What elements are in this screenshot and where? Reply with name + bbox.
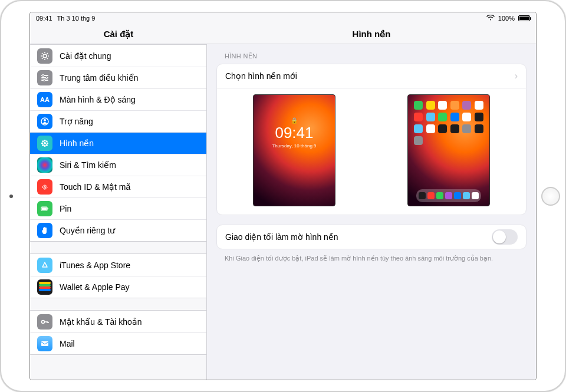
svg-rect-22 bbox=[41, 341, 48, 346]
svg-point-14 bbox=[42, 140, 44, 142]
detail-pane: HÌNH NỀN Chọn hình nền mới › 🔒 09:41 Thu… bbox=[207, 44, 536, 380]
footer-text: Khi Giao diện tối được bật, iPad sẽ làm … bbox=[225, 254, 518, 262]
svg-point-12 bbox=[41, 142, 43, 144]
privacy-icon bbox=[37, 223, 52, 238]
dock-icon bbox=[416, 189, 481, 202]
device-frame: 09:41 Th 3 10 thg 9 100% Cài đặt Hình nề… bbox=[0, 0, 566, 392]
general-icon bbox=[37, 48, 52, 64]
sidebar-item-label: Touch ID & Mật mã bbox=[60, 182, 199, 192]
display-icon: AA bbox=[37, 92, 52, 107]
sidebar-item-battery[interactable]: Pin bbox=[30, 197, 206, 219]
lock-preview-date: Thursday, 10 tháng 9 bbox=[254, 143, 335, 149]
mail-icon bbox=[37, 336, 52, 351]
wallet-icon bbox=[37, 279, 52, 295]
home-screen-preview[interactable] bbox=[407, 94, 490, 206]
dark-dim-wallpaper-row: Giao diện tối làm mờ hình nền bbox=[217, 225, 526, 249]
sidebar-item-label: Mật khẩu & Tài khoản bbox=[60, 317, 199, 327]
headers: Cài đặt Hình nền bbox=[30, 24, 536, 44]
sidebar-item-label: Màn hình & Độ sáng bbox=[60, 95, 199, 104]
sidebar-item-wallpaper[interactable]: Hình nền bbox=[30, 132, 206, 154]
svg-point-0 bbox=[43, 54, 47, 58]
sidebar-item-control-center[interactable]: Trung tâm điều khiển bbox=[30, 67, 206, 88]
sidebar-item-general[interactable]: Cài đặt chung bbox=[30, 45, 206, 67]
sidebar-item-wallet[interactable]: Wallet & Apple Pay bbox=[30, 276, 206, 298]
lock-preview-time: 09:41 bbox=[254, 124, 335, 142]
passwords-icon bbox=[37, 314, 52, 330]
sidebar-item-label: Pin bbox=[60, 204, 199, 213]
battery-icon bbox=[518, 15, 530, 21]
sidebar-item-mail[interactable]: Mail bbox=[30, 332, 206, 354]
choose-label: Chọn hình nền mới bbox=[225, 71, 515, 81]
svg-point-8 bbox=[44, 119, 46, 121]
sidebar-item-label: Trợ năng bbox=[60, 117, 199, 126]
svg-point-13 bbox=[47, 142, 48, 144]
sidebar-item-siri[interactable]: Siri & Tìm kiếm bbox=[30, 154, 206, 176]
wallpaper-icon bbox=[37, 136, 52, 151]
sidebar-item-label: Wallet & Apple Pay bbox=[60, 282, 199, 292]
status-time: 09:41 bbox=[36, 15, 52, 22]
sidebar-item-touchid[interactable]: Touch ID & Mật mã bbox=[30, 176, 206, 197]
sidebar-item-label: Trung tâm điều khiển bbox=[60, 73, 199, 83]
sidebar[interactable]: Cài đặt chungTrung tâm điều khiểnAAMàn h… bbox=[30, 44, 207, 380]
choose-new-wallpaper[interactable]: Chọn hình nền mới › bbox=[217, 64, 526, 88]
appstore-icon bbox=[37, 258, 52, 273]
lock-screen-preview[interactable]: 🔒 09:41 Thursday, 10 tháng 9 bbox=[253, 94, 335, 206]
sidebar-item-label: Mail bbox=[60, 339, 199, 348]
svg-point-16 bbox=[42, 144, 44, 146]
sidebar-item-display[interactable]: AAMàn hình & Độ sáng bbox=[30, 88, 206, 110]
touchid-icon bbox=[37, 179, 52, 195]
battery-percent: 100% bbox=[498, 15, 515, 22]
wallpaper-card: Chọn hình nền mới › 🔒 09:41 Thursday, 10… bbox=[216, 64, 526, 215]
svg-point-4 bbox=[42, 74, 44, 76]
svg-point-15 bbox=[46, 140, 48, 142]
control-center-icon bbox=[37, 70, 52, 85]
accessibility-icon bbox=[37, 114, 52, 129]
section-header: HÌNH NỀN bbox=[225, 52, 526, 60]
sidebar-item-appstore[interactable]: iTunes & App Store bbox=[30, 254, 206, 276]
siri-icon bbox=[37, 157, 52, 173]
sidebar-item-accessibility[interactable]: Trợ năng bbox=[30, 110, 206, 132]
sidebar-title: Cài đặt bbox=[30, 24, 207, 44]
front-camera bbox=[9, 195, 13, 198]
battery-icon bbox=[37, 201, 52, 216]
chevron-right-icon: › bbox=[515, 71, 518, 81]
wallpaper-previews: 🔒 09:41 Thursday, 10 tháng 9 bbox=[217, 88, 526, 215]
screen: 09:41 Th 3 10 thg 9 100% Cài đặt Hình nề… bbox=[29, 12, 537, 380]
svg-point-9 bbox=[44, 142, 46, 144]
svg-point-11 bbox=[44, 145, 45, 147]
sidebar-item-passwords[interactable]: Mật khẩu & Tài khoản bbox=[30, 311, 206, 332]
lock-icon: 🔒 bbox=[254, 117, 335, 124]
svg-rect-20 bbox=[42, 207, 47, 210]
svg-point-17 bbox=[46, 144, 48, 146]
detail-title: Hình nền bbox=[207, 24, 536, 44]
sidebar-item-label: Quyền riêng tư bbox=[60, 226, 199, 235]
status-date: Th 3 10 thg 9 bbox=[57, 15, 96, 22]
svg-rect-19 bbox=[48, 208, 49, 209]
sidebar-item-label: Siri & Tìm kiếm bbox=[60, 160, 199, 170]
svg-point-10 bbox=[44, 140, 45, 141]
toggle-label: Giao diện tối làm mờ hình nền bbox=[225, 232, 492, 242]
svg-point-6 bbox=[43, 79, 45, 81]
sidebar-item-label: iTunes & App Store bbox=[60, 261, 199, 270]
wifi-icon bbox=[486, 15, 495, 22]
sidebar-item-label: Cài đặt chung bbox=[60, 51, 199, 61]
svg-point-21 bbox=[42, 320, 45, 323]
app-grid-icon bbox=[414, 101, 483, 145]
status-bar: 09:41 Th 3 10 thg 9 100% bbox=[30, 12, 536, 24]
dark-dim-wallpaper-toggle[interactable] bbox=[492, 229, 518, 245]
svg-point-5 bbox=[45, 77, 47, 78]
appearance-card: Giao diện tối làm mờ hình nền bbox=[216, 225, 526, 249]
home-button[interactable] bbox=[541, 187, 560, 206]
sidebar-item-privacy[interactable]: Quyền riêng tư bbox=[30, 219, 206, 241]
sidebar-item-label: Hình nền bbox=[60, 139, 199, 148]
